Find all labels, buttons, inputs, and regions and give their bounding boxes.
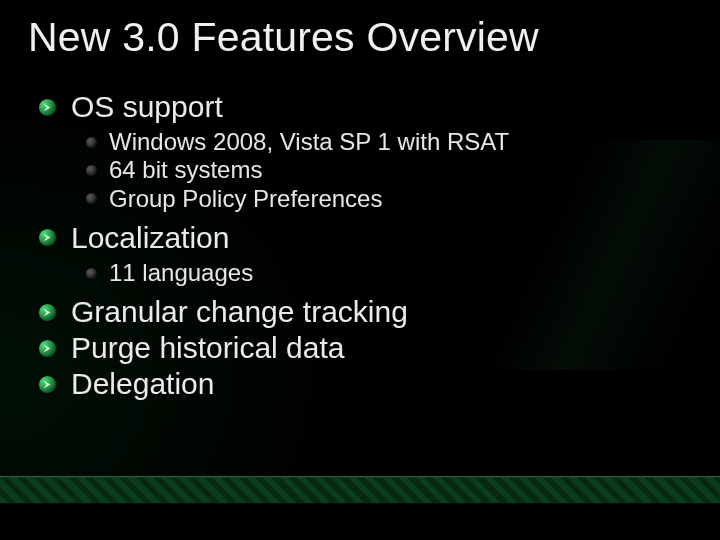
sub-list: Windows 2008, Vista SP 1 with RSAT 64 bi… <box>38 128 690 213</box>
sub-item: Windows 2008, Vista SP 1 with RSAT <box>86 128 690 156</box>
sub-item: 11 languages <box>86 259 690 287</box>
arrow-bullet-icon <box>38 339 57 358</box>
arrow-bullet-icon <box>38 98 57 117</box>
dot-bullet-icon <box>86 193 97 204</box>
item-label: Purge historical data <box>71 331 345 365</box>
footer-stripe <box>0 476 720 504</box>
bullet-row: Localization <box>38 221 690 255</box>
dot-bullet-icon <box>86 268 97 279</box>
list-item: Localization 11 languages <box>38 221 690 287</box>
sub-item-label: Group Policy Preferences <box>109 185 382 213</box>
slide-title: New 3.0 Features Overview <box>28 14 539 61</box>
sub-list: 11 languages <box>38 259 690 287</box>
list-item: OS support Windows 2008, Vista SP 1 with… <box>38 90 690 213</box>
list-item: Delegation <box>38 367 690 401</box>
arrow-bullet-icon <box>38 228 57 247</box>
sub-item-label: 64 bit systems <box>109 156 262 184</box>
arrow-bullet-icon <box>38 303 57 322</box>
bullet-row: OS support <box>38 90 690 124</box>
sub-item-label: Windows 2008, Vista SP 1 with RSAT <box>109 128 509 156</box>
list-item: Purge historical data <box>38 331 690 365</box>
item-label: Localization <box>71 221 229 255</box>
sub-item-label: 11 languages <box>109 259 253 287</box>
item-label: OS support <box>71 90 223 124</box>
slide-body: OS support Windows 2008, Vista SP 1 with… <box>38 88 690 403</box>
arrow-bullet-icon <box>38 375 57 394</box>
sub-item: Group Policy Preferences <box>86 185 690 213</box>
list-item: Granular change tracking <box>38 295 690 329</box>
item-label: Delegation <box>71 367 214 401</box>
slide: New 3.0 Features Overview OS support Win… <box>0 0 720 540</box>
dot-bullet-icon <box>86 165 97 176</box>
item-label: Granular change tracking <box>71 295 408 329</box>
sub-item: 64 bit systems <box>86 156 690 184</box>
dot-bullet-icon <box>86 137 97 148</box>
footer-under <box>0 504 720 540</box>
